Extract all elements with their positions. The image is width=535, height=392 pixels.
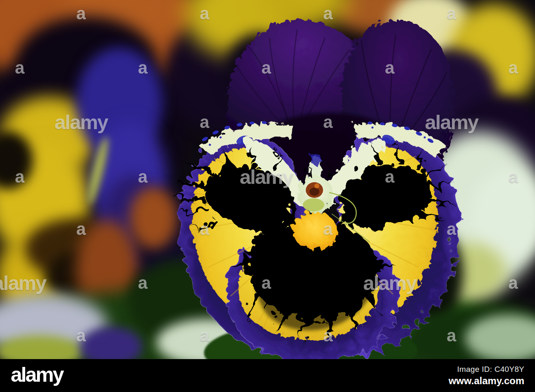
image-id: Image ID: C40Y8Y <box>449 365 524 374</box>
pansy-flower-illustration <box>0 0 535 359</box>
pansy-photo: aaaaaaaaaaaaaaaaaaaaaaaaaaalamyalamyalam… <box>0 0 535 359</box>
footer-bar: alamy Image ID: C40Y8Y www.alamy.com <box>0 359 535 392</box>
stock-photo-page: aaaaaaaaaaaaaaaaaaaaaaaaaaalamyalamyalam… <box>0 0 535 392</box>
website-url: www.alamy.com <box>449 375 524 387</box>
alamy-logo: alamy <box>11 364 63 385</box>
footer-meta: Image ID: C40Y8Y www.alamy.com <box>449 365 524 387</box>
